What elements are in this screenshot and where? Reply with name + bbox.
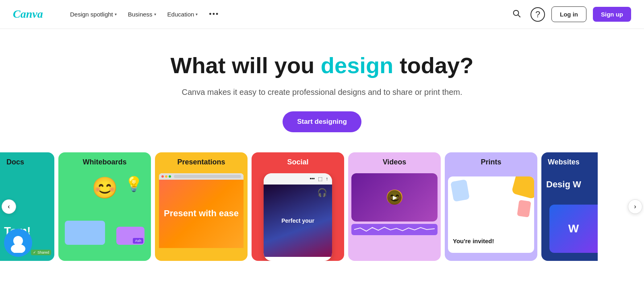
search-button[interactable] — [509, 6, 524, 23]
card-label-websites: Websites — [548, 158, 580, 166]
help-button[interactable]: ? — [530, 7, 545, 22]
prints-card-content: You're invited! — [445, 173, 537, 261]
card-label-prints: Prints — [481, 158, 501, 166]
navbar: Canva Design spotlight ▾ Business ▾ Educ… — [0, 0, 644, 29]
start-designing-button[interactable]: Start designing — [283, 111, 361, 132]
websites-card-content: Desig W W — [541, 172, 598, 261]
card-label-videos: Videos — [383, 158, 407, 166]
svg-point-4 — [11, 244, 25, 253]
card-presentations[interactable]: Presentations Present with ease — [155, 152, 248, 261]
nav-more-button[interactable]: ••• — [204, 7, 224, 22]
svg-line-2 — [518, 15, 520, 17]
nav-design-spotlight[interactable]: Design spotlight ▾ — [65, 8, 122, 21]
card-label-whiteboards: Whiteboards — [83, 158, 126, 166]
logo[interactable]: Canva — [13, 6, 49, 23]
svg-text:Canva: Canva — [13, 8, 43, 20]
nav-business[interactable]: Business ▾ — [123, 8, 161, 21]
pres-text: Present with ease — [164, 208, 239, 219]
nav-education[interactable]: Education ▾ — [163, 8, 203, 21]
social-text: Perfect your — [278, 214, 318, 227]
nav-links: Design spotlight ▾ Business ▾ Education … — [65, 7, 509, 22]
category-cards-row: ‹ Docs Tom! ✓ Shared Whiteboards 😊 💡 Ash — [0, 152, 644, 261]
next-arrow-button[interactable]: › — [628, 199, 642, 214]
pres-card-content: Present with ease — [159, 173, 244, 261]
card-label-docs: Docs — [6, 158, 24, 166]
prev-arrow-button[interactable]: ‹ — [2, 199, 16, 214]
social-card-content: ••• ⬚ ↑ 🎧 Perfect your — [252, 173, 344, 261]
card-prints[interactable]: Prints You're invited! — [445, 152, 537, 261]
card-label-presentations: Presentations — [177, 158, 225, 166]
prints-invited-text: You're invited! — [453, 238, 494, 245]
hero-subtitle: Canva makes it easy to create profession… — [8, 88, 636, 97]
signup-button[interactable]: Sign up — [593, 7, 631, 22]
chevron-down-icon: ▾ — [154, 12, 156, 16]
chevron-down-icon: ▾ — [115, 12, 117, 16]
chevron-down-icon: ▾ — [196, 12, 198, 16]
videos-card-content: 😊 ▶ — [348, 173, 441, 261]
hero-title: What will you design today? — [8, 53, 636, 78]
card-social[interactable]: Social ••• ⬚ ↑ 🎧 Perfect your — [252, 152, 344, 261]
login-button[interactable]: Log in — [551, 6, 586, 22]
hero-section: What will you design today? Canva makes … — [0, 29, 644, 148]
docs-card-content: Tom! ✓ Shared — [0, 172, 54, 261]
cards-container: ‹ Docs Tom! ✓ Shared Whiteboards 😊 💡 Ash — [0, 152, 644, 261]
card-videos[interactable]: Videos 😊 ▶ — [348, 152, 441, 261]
card-websites[interactable]: Websites Desig W W — [541, 152, 598, 261]
card-label-social: Social — [287, 158, 308, 166]
nav-right: ? Log in Sign up — [509, 6, 631, 23]
wb-card-content: 😊 💡 Ash — [58, 172, 151, 261]
websites-text: Desig W — [546, 180, 581, 189]
card-whiteboards[interactable]: Whiteboards 😊 💡 Ash — [58, 152, 151, 261]
